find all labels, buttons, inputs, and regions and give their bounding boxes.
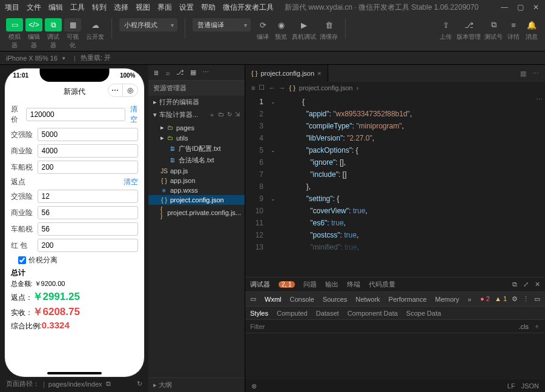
devtools-settings-icon[interactable]: ⚙ [512, 295, 518, 303]
editor-side-icon[interactable]: ⋯ [536, 96, 543, 104]
new-folder-icon[interactable]: 🗀 [218, 111, 224, 119]
mode-select[interactable]: 小程序模式 [119, 18, 177, 32]
tree-item-合法域名.txt[interactable]: 🗎 合法域名.txt [148, 154, 245, 166]
add-style-icon[interactable]: ＋ [533, 322, 540, 331]
toolbar-预览[interactable]: ◉ [274, 18, 288, 32]
debug-tab-终端[interactable]: 终端 [347, 280, 360, 289]
refresh-icon[interactable]: ↻ [227, 111, 232, 119]
new-file-icon[interactable]: ＋ [209, 111, 215, 119]
cc-input[interactable] [38, 161, 138, 174]
toolbar-消息[interactable]: 🔔 [524, 18, 539, 32]
devtab-Sources[interactable]: Sources [323, 296, 347, 303]
rebate-jq-input[interactable] [38, 190, 138, 203]
crumb-bookmark-icon[interactable]: ☐ [259, 84, 265, 91]
capsule-close-icon[interactable]: ◎ [123, 84, 137, 96]
styletab-Computed[interactable]: Computed [277, 310, 308, 317]
page-path[interactable]: pages/index/index [48, 380, 102, 388]
menu-界面[interactable]: 界面 [157, 2, 172, 13]
tree-item-app.json[interactable]: { } app.json [148, 176, 245, 185]
project-section[interactable]: ▾ 车险计算器... ＋ 🗀 ↻ ⇲ [148, 108, 245, 121]
devtab-Performance[interactable]: Performance [389, 296, 427, 303]
debug-close-icon[interactable]: ✕ [535, 281, 540, 288]
status-lf[interactable]: LF [507, 382, 515, 390]
warn-count[interactable]: ▲ 1 [495, 295, 507, 303]
menu-帮助[interactable]: 帮助 [201, 2, 216, 13]
debug-tab-代码质量[interactable]: 代码质量 [369, 280, 395, 289]
tree-item-app.js[interactable]: JS app.js [148, 166, 245, 176]
jq-input[interactable] [38, 128, 138, 141]
editor-tab-project-config[interactable]: { }project.config.json× [245, 65, 328, 82]
error-count[interactable]: ● 2 [480, 295, 490, 303]
status-errors-icon[interactable]: ⊗ [251, 382, 257, 390]
devtools-dock-icon[interactable]: ▭ [534, 295, 540, 303]
clear-link-2[interactable]: 清空 [124, 177, 138, 187]
editor-toggle[interactable]: </> [25, 18, 42, 32]
sy-input[interactable] [38, 144, 138, 158]
explorer-files-icon[interactable]: 🗎 [153, 69, 160, 76]
debugger-toggle[interactable]: ⧉ [45, 18, 62, 32]
copy-path-icon[interactable]: ⧉ [106, 380, 111, 388]
toolbar-清缓存[interactable]: 🗑 [322, 18, 336, 32]
collapse-icon[interactable]: ⇲ [235, 111, 240, 119]
close-tab-icon[interactable]: × [317, 70, 321, 77]
status-lang[interactable]: JSON [521, 382, 539, 390]
rebate-hb-input[interactable] [38, 239, 138, 252]
menu-项目[interactable]: 项目 [5, 2, 19, 13]
outline-section[interactable]: ▸ 大纲 [148, 377, 245, 392]
window-close[interactable]: ✕ [532, 3, 540, 12]
clear-link-1[interactable]: 清空 [130, 104, 138, 125]
code-editor[interactable]: 12345678910111213 ⌄ ⌄ ⌄ { "appid": "wx89… [245, 93, 545, 277]
explorer-search-icon[interactable]: ⌕ [166, 69, 170, 76]
cloud-dev-button[interactable]: ☁ [88, 18, 102, 32]
explorer-more-icon[interactable]: ⋯ [202, 68, 209, 76]
menu-编辑[interactable]: 编辑 [48, 2, 63, 13]
toolbar-真机调试[interactable]: ▶ [297, 18, 311, 32]
tree-item-project.config.json[interactable]: { } project.config.json [148, 195, 245, 205]
toolbar-上传[interactable]: ⇧ [438, 18, 453, 32]
devtab-Memory[interactable]: Memory [435, 296, 460, 303]
sim-rotate-icon[interactable]: ↻ [137, 380, 142, 388]
devtools-menu-icon[interactable]: ⋮ [523, 295, 529, 303]
tree-item-广告ID配置.txt[interactable]: 🗎 广告ID配置.txt [148, 143, 245, 154]
toolbar-测试号[interactable]: ⧉ [486, 18, 501, 32]
styletab-Scope Data[interactable]: Scope Data [406, 310, 441, 317]
rebate-cc-input[interactable] [38, 222, 138, 236]
menu-选择[interactable]: 选择 [114, 2, 128, 13]
explorer-ext-icon[interactable]: ▦ [190, 68, 196, 76]
compile-select[interactable]: 普通编译 [193, 18, 251, 32]
styletab-Styles[interactable]: Styles [250, 310, 268, 317]
window-maximize[interactable]: ▢ [516, 3, 524, 12]
menu-文件[interactable]: 文件 [27, 2, 41, 13]
device-label[interactable]: iPhone X 85% 16 [6, 55, 58, 62]
tax-separate-checkbox[interactable] [18, 256, 26, 264]
hot-reload-label[interactable]: 热重载: 开 [81, 53, 111, 62]
tree-item-utils[interactable]: ▸ 🗀 utils [148, 133, 245, 143]
window-minimize[interactable]: — [500, 3, 509, 12]
toolbar-版本管理[interactable]: ⎇ [461, 18, 476, 32]
styletab-Component Data[interactable]: Component Data [348, 310, 398, 317]
crumb-back-icon[interactable]: ≡ [251, 84, 255, 91]
devtools-more-icon[interactable]: » [467, 296, 471, 303]
debug-filter-icon[interactable]: ⧉ [512, 281, 517, 288]
debug-tab-输出[interactable]: 输出 [325, 280, 339, 289]
capsule-menu-icon[interactable]: ⋯ [108, 84, 123, 96]
explorer-branch-icon[interactable]: ⎇ [176, 68, 184, 76]
styletab-Dataset[interactable]: Dataset [316, 310, 339, 317]
debug-expand-icon[interactable]: ⤢ [523, 281, 529, 288]
simulator-toggle[interactable]: ▭ [6, 18, 23, 32]
menu-设置[interactable]: 设置 [179, 2, 194, 13]
tab-split-icon[interactable]: ▥ [520, 70, 526, 78]
orig-price-input[interactable] [26, 108, 125, 121]
menu-微信开发者工具[interactable]: 微信开发者工具 [223, 2, 274, 13]
styles-filter-input[interactable]: Filter [250, 323, 265, 330]
crumb-prev-icon[interactable]: ← [268, 84, 275, 91]
cls-toggle[interactable]: .cls [519, 323, 529, 330]
debug-tab-问题[interactable]: 问题 [303, 280, 317, 289]
tree-item-app.wxss[interactable]: ≡ app.wxss [148, 185, 245, 195]
menu-工具[interactable]: 工具 [70, 2, 85, 13]
devtab-Console[interactable]: Console [290, 296, 314, 303]
devtools-inspect-icon[interactable]: ▭ [250, 295, 256, 303]
open-editors-section[interactable]: ▸ 打开的编辑器 [148, 96, 245, 108]
toolbar-编译[interactable]: ⟳ [256, 18, 270, 32]
devtab-Wxml[interactable]: Wxml [265, 296, 282, 303]
